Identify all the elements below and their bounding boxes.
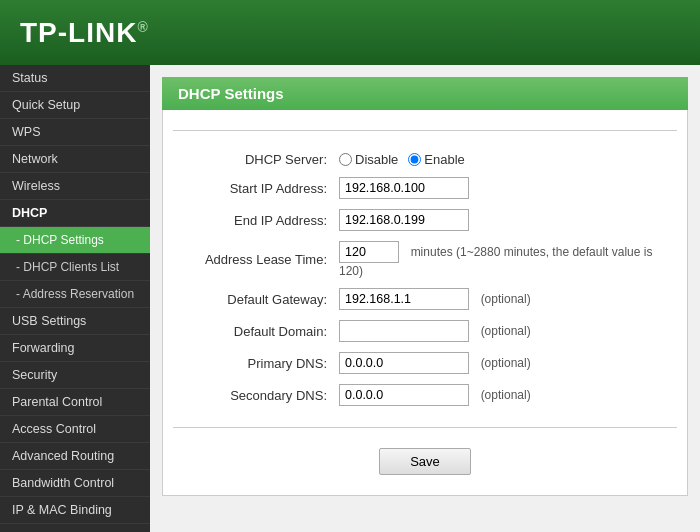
page-title-bar: DHCP Settings	[162, 77, 688, 110]
logo-text: TP-LINK	[20, 17, 137, 48]
end-ip-input[interactable]	[339, 209, 469, 231]
sidebar-item-wireless[interactable]: Wireless	[0, 173, 150, 200]
start-ip-row: Start IP Address:	[173, 172, 677, 204]
primary-dns-optional: (optional)	[481, 356, 531, 370]
domain-optional: (optional)	[481, 324, 531, 338]
sidebar-item-usb-settings[interactable]: USB Settings	[0, 308, 150, 335]
gateway-input[interactable]	[339, 288, 469, 310]
sidebar-item-ip-mac-binding[interactable]: IP & MAC Binding	[0, 497, 150, 524]
sidebar: Status Quick Setup WPS Network Wireless …	[0, 65, 150, 532]
secondary-dns-field: (optional)	[333, 379, 677, 411]
start-ip-label: Start IP Address:	[173, 172, 333, 204]
sidebar-item-dhcp-clients[interactable]: - DHCP Clients List	[0, 254, 150, 281]
header: TP-LINK®	[0, 0, 700, 65]
sidebar-item-advanced-routing[interactable]: Advanced Routing	[0, 443, 150, 470]
domain-field: (optional)	[333, 315, 677, 347]
end-ip-label: End IP Address:	[173, 204, 333, 236]
primary-dns-label: Primary DNS:	[173, 347, 333, 379]
content-area: DHCP Server: Disable Enable	[162, 110, 688, 496]
secondary-dns-row: Secondary DNS: (optional)	[173, 379, 677, 411]
dhcp-server-radio-group: Disable Enable	[339, 152, 671, 167]
enable-radio[interactable]	[408, 153, 421, 166]
top-divider	[173, 130, 677, 131]
lease-time-input[interactable]	[339, 241, 399, 263]
sidebar-item-dhcp[interactable]: DHCP	[0, 200, 150, 227]
sidebar-item-wps[interactable]: WPS	[0, 119, 150, 146]
sidebar-item-bandwidth-control[interactable]: Bandwidth Control	[0, 470, 150, 497]
dhcp-server-row: DHCP Server: Disable Enable	[173, 147, 677, 172]
enable-label: Enable	[424, 152, 464, 167]
layout: Status Quick Setup WPS Network Wireless …	[0, 65, 700, 532]
gateway-optional: (optional)	[481, 292, 531, 306]
primary-dns-field: (optional)	[333, 347, 677, 379]
lease-time-field: minutes (1~2880 minutes, the default val…	[333, 236, 677, 283]
primary-dns-row: Primary DNS: (optional)	[173, 347, 677, 379]
secondary-dns-optional: (optional)	[481, 388, 531, 402]
gateway-field: (optional)	[333, 283, 677, 315]
secondary-dns-label: Secondary DNS:	[173, 379, 333, 411]
sidebar-item-dhcp-settings[interactable]: - DHCP Settings	[0, 227, 150, 254]
main-content: DHCP Settings DHCP Server: Disable	[150, 65, 700, 532]
save-button[interactable]: Save	[379, 448, 471, 475]
sidebar-item-security[interactable]: Security	[0, 362, 150, 389]
enable-radio-label[interactable]: Enable	[408, 152, 464, 167]
disable-radio-label[interactable]: Disable	[339, 152, 398, 167]
sidebar-item-status[interactable]: Status	[0, 65, 150, 92]
domain-row: Default Domain: (optional)	[173, 315, 677, 347]
bottom-divider	[173, 427, 677, 428]
secondary-dns-input[interactable]	[339, 384, 469, 406]
sidebar-item-forwarding[interactable]: Forwarding	[0, 335, 150, 362]
lease-time-row: Address Lease Time: minutes (1~2880 minu…	[173, 236, 677, 283]
settings-form: DHCP Server: Disable Enable	[173, 147, 677, 411]
disable-radio[interactable]	[339, 153, 352, 166]
sidebar-item-parental-control[interactable]: Parental Control	[0, 389, 150, 416]
gateway-row: Default Gateway: (optional)	[173, 283, 677, 315]
domain-input[interactable]	[339, 320, 469, 342]
lease-time-label: Address Lease Time:	[173, 236, 333, 283]
gateway-label: Default Gateway:	[173, 283, 333, 315]
end-ip-field	[333, 204, 677, 236]
sidebar-item-access-control[interactable]: Access Control	[0, 416, 150, 443]
sidebar-item-dynamic-dns[interactable]: Dynamic DNS	[0, 524, 150, 532]
start-ip-input[interactable]	[339, 177, 469, 199]
sidebar-item-network[interactable]: Network	[0, 146, 150, 173]
logo: TP-LINK®	[20, 17, 149, 49]
sidebar-item-address-reservation[interactable]: - Address Reservation	[0, 281, 150, 308]
sidebar-item-quick-setup[interactable]: Quick Setup	[0, 92, 150, 119]
start-ip-field	[333, 172, 677, 204]
dhcp-server-label: DHCP Server:	[173, 147, 333, 172]
page-title: DHCP Settings	[178, 85, 284, 102]
primary-dns-input[interactable]	[339, 352, 469, 374]
domain-label: Default Domain:	[173, 315, 333, 347]
end-ip-row: End IP Address:	[173, 204, 677, 236]
disable-label: Disable	[355, 152, 398, 167]
save-button-row: Save	[173, 438, 677, 475]
dhcp-server-field: Disable Enable	[333, 147, 677, 172]
